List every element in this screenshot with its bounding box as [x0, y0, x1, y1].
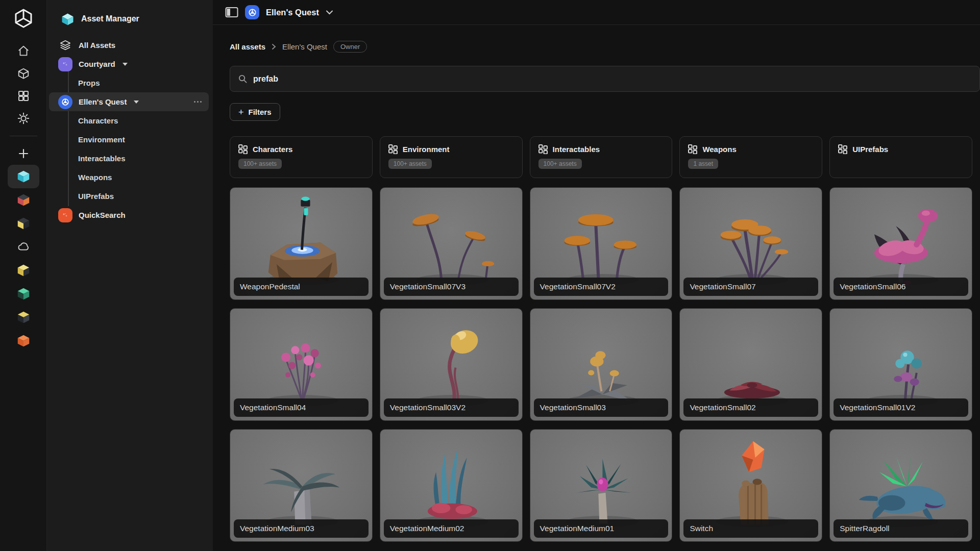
project-avatar: [58, 57, 72, 71]
sidebar-item-props[interactable]: Props: [47, 73, 213, 92]
collection-card-weapons[interactable]: Weapons 1 asset: [679, 136, 822, 178]
asset-tile[interactable]: WeaponPedestal: [230, 187, 373, 300]
asset-grid: WeaponPedestal VegetationSmall07V3 Veget…: [230, 187, 972, 542]
collection-card-uiprefabs[interactable]: UIPrefabs: [829, 136, 972, 178]
asset-name: VegetationMedium01: [534, 519, 669, 538]
asset-tile[interactable]: VegetationSmall07V2: [530, 187, 673, 300]
asset-tile[interactable]: VegetationMedium03: [230, 429, 373, 542]
asset-tile[interactable]: SpitterRagdoll: [829, 429, 972, 542]
chevron-down-icon[interactable]: [326, 10, 333, 15]
collection-card-characters[interactable]: Characters 100+ assets: [230, 136, 373, 178]
sidebar-item-label: Environment: [78, 135, 125, 144]
project-cube-icon[interactable]: [8, 282, 39, 306]
asset-tile[interactable]: Switch: [679, 429, 822, 542]
asset-count-badge: 100+ assets: [238, 159, 282, 169]
category-grid-icon: [838, 144, 847, 154]
asset-name: VegetationSmall01V2: [834, 398, 968, 417]
chevron-down-icon: [134, 101, 139, 104]
asset-name: VegetationSmall07: [683, 278, 818, 296]
sidebar-item-label: Weapons: [78, 173, 112, 182]
sidebar-header: Asset Manager: [47, 9, 213, 29]
settings-gear-icon[interactable]: [12, 108, 35, 129]
collection-label: Interactables: [553, 145, 600, 154]
sidebar-item-label: UIPrefabs: [78, 192, 114, 201]
collection-card-interactables[interactable]: Interactables 100+ assets: [530, 136, 673, 178]
sidebar-item-label: All Assets: [79, 41, 115, 49]
asset-tile[interactable]: VegetationSmall03: [530, 308, 673, 421]
project-cube-icon[interactable]: [8, 306, 39, 329]
sidebar: Asset Manager All Assets CourtyardProps …: [47, 0, 213, 551]
asset-manager-icon: [60, 12, 75, 26]
home-icon[interactable]: [12, 41, 35, 61]
sidebar-item-uiprefabs[interactable]: UIPrefabs: [47, 187, 213, 206]
search-input[interactable]: [253, 74, 866, 84]
sidebar-item-quicksearch[interactable]: QuickSearch: [47, 206, 213, 224]
add-project-icon[interactable]: [12, 143, 35, 164]
project-cube-icon[interactable]: [8, 212, 39, 235]
app-root: Asset Manager All Assets CourtyardProps …: [0, 0, 980, 551]
breadcrumb-all-assets[interactable]: All assets: [230, 42, 265, 51]
owner-badge: Owner: [333, 41, 367, 53]
search-bar: [230, 66, 980, 92]
asset-tile[interactable]: VegetationSmall03V2: [380, 308, 523, 421]
collection-label: Weapons: [702, 145, 736, 154]
filters-label: Filters: [249, 108, 272, 116]
sidebar-item-courtyard[interactable]: Courtyard: [47, 55, 213, 73]
assets-cube-icon[interactable]: [12, 63, 35, 84]
asset-tile[interactable]: VegetationSmall07: [679, 187, 822, 300]
more-options-icon[interactable]: [194, 101, 202, 103]
asset-name: VegetationSmall07V2: [534, 278, 669, 296]
asset-name: VegetationMedium03: [234, 519, 369, 538]
project-switcher[interactable]: Ellen's Quest: [266, 8, 319, 17]
sidebar-item-label: Props: [78, 79, 100, 87]
project-cube-icon[interactable]: [8, 188, 39, 212]
rail-project-list: [8, 165, 39, 353]
project-cube-icon[interactable]: [8, 329, 39, 353]
category-grid-icon: [538, 144, 548, 154]
asset-count-badge: 100+ assets: [388, 159, 432, 169]
sidebar-item-label: Interactables: [78, 154, 126, 163]
asset-tile[interactable]: VegetationSmall04: [230, 308, 373, 421]
asset-name: Switch: [683, 519, 818, 538]
sidebar-item-label: Ellen's Quest: [79, 97, 127, 106]
sidebar-item-weapons[interactable]: Weapons: [47, 168, 213, 187]
project-chip-icon[interactable]: [245, 5, 259, 19]
asset-tile[interactable]: VegetationSmall01V2: [829, 308, 972, 421]
topbar: Ellen's Quest: [213, 0, 980, 25]
app-title: Asset Manager: [81, 14, 139, 23]
collapse-sidebar-icon[interactable]: [225, 7, 238, 18]
asset-name: VegetationSmall06: [834, 278, 968, 296]
sidebar-item-label: QuickSearch: [79, 211, 126, 219]
asset-tile[interactable]: VegetationSmall06: [829, 187, 972, 300]
asset-count-badge: 100+ assets: [538, 159, 582, 169]
sidebar-item-label: Courtyard: [79, 60, 115, 68]
project-avatar: [58, 208, 72, 222]
project-cloud-icon[interactable]: [8, 235, 39, 259]
layers-icon: [58, 38, 72, 53]
sidebar-item-all-assets[interactable]: All Assets: [47, 36, 213, 55]
collection-label: Characters: [253, 145, 292, 154]
asset-name: VegetationSmall03: [534, 398, 669, 417]
asset-tile[interactable]: VegetationSmall02: [679, 308, 822, 421]
asset-tile[interactable]: VegetationSmall07V3: [380, 187, 523, 300]
breadcrumb: All assets Ellen's Quest Owner: [230, 40, 980, 53]
rail-divider: [10, 136, 37, 136]
asset-name: SpitterRagdoll: [834, 519, 968, 538]
sidebar-item-environment[interactable]: Environment: [47, 130, 213, 149]
asset-tile[interactable]: VegetationMedium02: [380, 429, 523, 542]
sidebar-item-characters[interactable]: Characters: [47, 111, 213, 130]
project-cube-icon[interactable]: [8, 259, 39, 282]
chevron-down-icon: [122, 63, 128, 66]
sidebar-nav: All Assets CourtyardProps Ellen's QuestC…: [47, 36, 213, 224]
asset-tile[interactable]: VegetationMedium01: [530, 429, 673, 542]
sidebar-item-interactables[interactable]: Interactables: [47, 149, 213, 168]
project-cube-icon[interactable]: [8, 165, 39, 188]
dashboard-grid-icon[interactable]: [12, 86, 35, 106]
unity-logo-icon: [12, 7, 35, 31]
chevron-right-icon: [272, 43, 276, 50]
collection-card-environment[interactable]: Environment 100+ assets: [380, 136, 523, 178]
plus-icon: +: [238, 109, 244, 116]
filters-button[interactable]: + Filters: [230, 103, 280, 121]
category-grid-icon: [688, 144, 697, 154]
sidebar-item-ellen-s-quest[interactable]: Ellen's Quest: [49, 92, 209, 111]
